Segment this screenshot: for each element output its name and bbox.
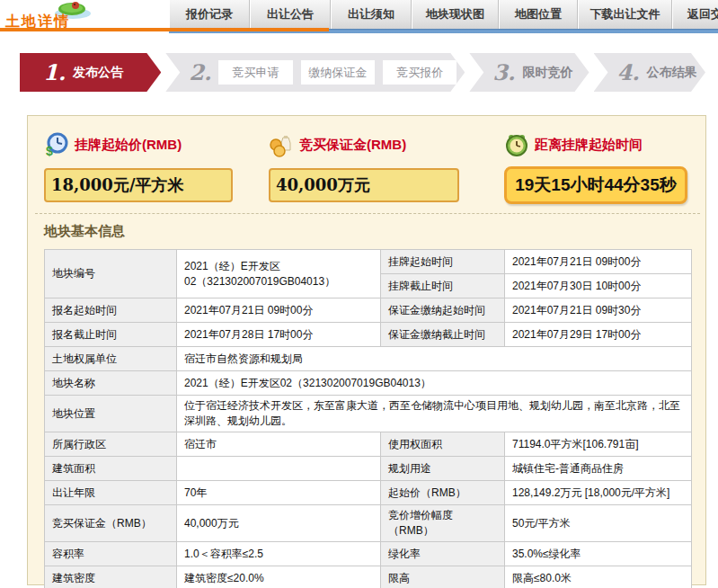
- table-cell-label: 规划用途: [381, 457, 505, 481]
- table-cell-value: 城镇住宅-普通商品住房: [505, 457, 692, 481]
- table-cell-label: 报名起始时间: [45, 298, 177, 323]
- table-cell-value: 1.0＜容积率≤2.5: [177, 542, 381, 566]
- table-row: 竞买保证金（RMB）40,000万元竞价增价幅度（RMB）50元/平方米: [45, 505, 692, 542]
- table-cell-value: 128,149.2万元 [18,000元/平方米]: [505, 481, 692, 505]
- tab-transfer-announcement[interactable]: 出让公告: [250, 0, 331, 29]
- start-price-value: 18,000元/平方米: [44, 168, 233, 202]
- tab-back-to-trading-hall[interactable]: 返回交易大厅: [672, 0, 718, 29]
- clock-money-icon: $: [44, 132, 69, 157]
- table-row: 土地权属单位宿迁市自然资源和规划局: [45, 347, 692, 371]
- tab-bid-records[interactable]: 报价记录: [169, 0, 250, 29]
- table-row: 建筑密度建筑密度≤20.0%限高限高≤80.0米: [45, 566, 692, 588]
- coins-icon: [269, 132, 294, 157]
- step-progress-bar: 1. 发布公告 2. 竞买申请 缴纳保证金 竞买报价 3. 限时竞价 4. 公布…: [20, 53, 710, 92]
- start-price-block: $ 挂牌起始价(RMB) 18,000元/平方米: [44, 130, 233, 202]
- countdown-label: 距离挂牌起始时间: [535, 137, 643, 154]
- table-cell-value: 35.0%≤绿化率: [505, 542, 692, 566]
- table-cell-label: 容积率: [45, 542, 177, 566]
- table-cell-value: 2021年07月30日 10时00分: [505, 274, 692, 298]
- table-cell-value: 限高≤80.0米: [505, 566, 692, 588]
- step-number: 4.: [617, 59, 640, 85]
- step-publish-results: 4. 公布结果: [594, 53, 706, 92]
- table-cell-label: 地块位置: [45, 396, 177, 432]
- table-cell-label: 土地权属单位: [45, 347, 177, 371]
- table-cell-label: 挂牌截止时间: [381, 274, 505, 298]
- step-number: 1.: [43, 59, 66, 85]
- table-cell-value: 70年: [177, 481, 381, 505]
- main-panel: $ 挂牌起始价(RMB) 18,000元/平方米 竞买保证金(RMB) 40,0…: [27, 115, 706, 585]
- table-cell-value: 2021年07月21日 09时30分: [505, 298, 692, 323]
- bid-quote-button[interactable]: 竞买报价: [383, 60, 457, 85]
- table-cell-label: 使用权面积: [381, 432, 505, 457]
- table-cell-label: 保证金缴纳起始时间: [381, 298, 505, 323]
- tab-parcel-status-map[interactable]: 地块现状图: [412, 0, 499, 29]
- table-cell-value: 宿迁市: [177, 432, 381, 457]
- table-cell-value: 2021（经）E开发区02（321302007019GB04013）: [177, 371, 692, 396]
- table-row: 报名起始时间2021年07月21日 09时00分保证金缴纳起始时间2021年07…: [45, 298, 692, 323]
- svg-text:$: $: [46, 144, 53, 157]
- table-cell-value: 位于宿迁经济技术开发区，东至富康大道，西至仓储物流中心项目用地、规划幼儿园，南至…: [177, 396, 692, 432]
- table-row: 地块名称2021（经）E开发区02（321302007019GB04013）: [45, 371, 692, 396]
- table-cell-value: 建筑密度≤20.0%: [177, 566, 381, 588]
- step-timed-auction: 3. 限时竞价: [469, 53, 589, 92]
- step-label: 限时竞价: [522, 65, 572, 81]
- step-bidding-phase: 2. 竞买申请 缴纳保证金 竞买报价: [165, 53, 465, 92]
- table-row: 地块位置位于宿迁经济技术开发区，东至富康大道，西至仓储物流中心项目用地、规划幼儿…: [45, 396, 692, 432]
- deposit-value: 40,000万元: [269, 168, 459, 202]
- table-cell-value: 2021（经）E开发区 02（321302007019GB04013）: [177, 250, 381, 298]
- table-row: 容积率1.0＜容积率≤2.5绿化率35.0%≤绿化率: [45, 542, 692, 566]
- table-row: 所属行政区宿迁市使用权面积71194.0平方米[106.791亩]: [45, 432, 692, 457]
- start-price-label: 挂牌起始价(RMB): [75, 137, 182, 154]
- table-cell-value: 50元/平方米: [505, 505, 692, 542]
- section-title-basic-info: 地块基本信息: [44, 223, 125, 240]
- table-cell-label: 地块名称: [45, 371, 177, 396]
- deposit-block: 竞买保证金(RMB) 40,000万元: [269, 130, 459, 202]
- table-row: 报名截止时间2021年07月28日 17时00分保证金缴纳截止时间2021年07…: [45, 323, 692, 347]
- step-number: 3.: [492, 59, 515, 85]
- bid-application-button[interactable]: 竞买申请: [218, 60, 292, 85]
- table-cell-value: 宿迁市自然资源和规划局: [177, 347, 692, 371]
- table-cell-label: 地块编号: [45, 250, 177, 298]
- table-cell-value: 2021年07月21日 09时00分: [177, 298, 381, 323]
- countdown-value: 19天15小时44分35秒: [504, 166, 687, 204]
- table-cell-value: [177, 457, 381, 481]
- tab-download-documents[interactable]: 下载出让文件: [578, 0, 672, 29]
- tab-transfer-notice[interactable]: 出让须知: [331, 0, 412, 29]
- dashed-divider: [35, 213, 700, 214]
- table-cell-label: 建筑面积: [45, 457, 177, 481]
- table-cell-label: 报名截止时间: [45, 323, 177, 347]
- table-cell-label: 保证金缴纳截止时间: [381, 323, 505, 347]
- land-info-table: 地块编号2021（经）E开发区 02（321302007019GB04013）挂…: [44, 249, 692, 588]
- table-row: 地块编号2021（经）E开发区 02（321302007019GB04013）挂…: [45, 250, 692, 274]
- table-cell-value: 2021年07月28日 17时00分: [177, 323, 381, 347]
- table-cell-label: 竞买保证金（RMB）: [45, 505, 177, 542]
- nav-tabs: 报价记录 出让公告 出让须知 地块现状图 地图位置 下载出让文件 返回交易大厅: [169, 0, 718, 29]
- table-cell-label: 绿化率: [381, 542, 505, 566]
- table-cell-label: 起始价（RMB）: [381, 481, 505, 505]
- table-row: 建筑面积规划用途城镇住宅-普通商品住房: [45, 457, 692, 481]
- table-cell-value: 2021年07月29日 17时00分: [505, 323, 692, 347]
- land-detail-page: 土地详情 报价记录 出让公告 出让须知 地块现状图 地图位置 下载出让文件 返回…: [0, 0, 718, 588]
- step-number: 2.: [189, 59, 211, 85]
- table-cell-label: 挂牌起始时间: [381, 250, 505, 274]
- countdown-block: 距离挂牌起始时间 19天15小时44分35秒: [504, 130, 687, 204]
- pay-deposit-button[interactable]: 缴纳保证金: [301, 60, 375, 85]
- table-cell-label: 建筑密度: [45, 566, 177, 588]
- step-label: 公布结果: [647, 65, 697, 81]
- orange-underline: [0, 28, 329, 31]
- table-cell-value: 2021年07月21日 09时00分: [505, 250, 692, 274]
- land-info-table-body: 地块编号2021（经）E开发区 02（321302007019GB04013）挂…: [45, 250, 692, 588]
- table-cell-label: 竞价增价幅度（RMB）: [381, 505, 505, 542]
- table-cell-label: 出让年限: [45, 481, 177, 505]
- table-cell-value: 71194.0平方米[106.791亩]: [505, 432, 692, 457]
- table-cell-label: 所属行政区: [45, 432, 177, 457]
- tab-map-location[interactable]: 地图位置: [499, 0, 578, 29]
- deposit-label: 竞买保证金(RMB): [299, 137, 406, 154]
- table-row: 出让年限70年起始价（RMB）128,149.2万元 [18,000元/平方米]: [45, 481, 692, 505]
- alarm-clock-icon: [504, 132, 529, 157]
- step-publish-announcement: 1. 发布公告: [20, 53, 161, 92]
- step-label: 发布公告: [73, 65, 123, 81]
- table-cell-label: 限高: [381, 566, 505, 588]
- header: 土地详情 报价记录 出让公告 出让须知 地块现状图 地图位置 下载出让文件 返回…: [0, 0, 718, 34]
- table-cell-value: 40,000万元: [177, 505, 381, 542]
